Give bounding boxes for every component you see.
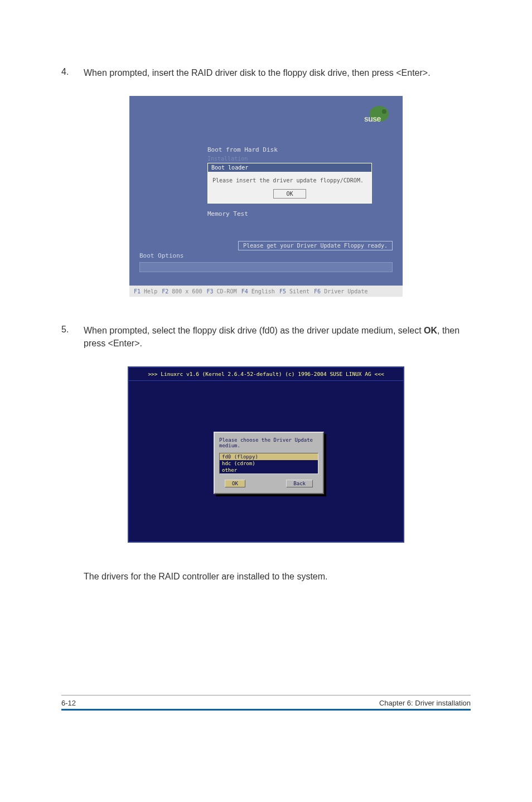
suse-logo-text: suse bbox=[364, 114, 381, 123]
step-5-text: When prompted, select the floppy disk dr… bbox=[84, 325, 471, 350]
boot-options-input[interactable] bbox=[139, 262, 393, 272]
step-5: 5. When prompted, select the floppy disk… bbox=[61, 325, 471, 350]
memory-test-item[interactable]: Memory Test bbox=[207, 210, 352, 218]
linuxrc-ok-button[interactable]: OK bbox=[225, 480, 245, 487]
chapter-label: Chapter 6: Driver installation bbox=[379, 699, 471, 707]
f1-help[interactable]: F1 Help bbox=[134, 288, 157, 294]
step-5-text-before: When prompted, select the floppy disk dr… bbox=[84, 326, 424, 335]
ok-button[interactable]: OK bbox=[273, 189, 306, 199]
option-fd0[interactable]: fd0 (floppy) bbox=[220, 453, 318, 460]
dialog-button-row: OK Back bbox=[219, 480, 318, 487]
page-number: 6-12 bbox=[61, 699, 76, 707]
dialog-title: Boot loader bbox=[208, 163, 371, 172]
boot-options-label: Boot Options bbox=[139, 252, 183, 259]
f3-source[interactable]: F3 CD-ROM bbox=[206, 288, 236, 294]
dialog-body: Please insert the driver update floppy/C… bbox=[208, 172, 371, 203]
dialog-message: Please insert the driver update floppy/C… bbox=[212, 177, 367, 183]
boot-menu: Boot from Hard Disk Installation Boot lo… bbox=[207, 145, 352, 218]
boot-from-hard-disk[interactable]: Boot from Hard Disk bbox=[207, 145, 352, 154]
fkey-bar: F1 Help F2 800 x 600 F3 CD-ROM F4 Englis… bbox=[129, 286, 403, 297]
step-4-text: When prompted, insert the RAID driver di… bbox=[84, 67, 471, 79]
option-hdc[interactable]: hdc (cdrom) bbox=[220, 460, 318, 467]
linuxrc-back-button[interactable]: Back bbox=[286, 480, 313, 487]
driver-update-dialog: Boot loader Please insert the driver upd… bbox=[207, 163, 372, 204]
boot-installation[interactable]: Installation bbox=[207, 154, 352, 163]
page-footer: 6-12 Chapter 6: Driver installation bbox=[61, 695, 471, 711]
f2-resolution[interactable]: F2 800 x 600 bbox=[162, 288, 202, 294]
step-4-number: 4. bbox=[61, 67, 84, 79]
f5-mode[interactable]: F5 Silent bbox=[279, 288, 309, 294]
suse-logo: suse bbox=[370, 106, 389, 122]
medium-listbox[interactable]: fd0 (floppy) hdc (cdrom) other bbox=[219, 453, 318, 474]
driver-medium-dialog: Please choose the Driver Update medium. … bbox=[214, 432, 324, 494]
f6-driver-update[interactable]: F6 Driver Update bbox=[314, 288, 367, 294]
medium-prompt: Please choose the Driver Update medium. bbox=[219, 437, 318, 448]
driver-ready-notice: Please get your Driver Update Floppy rea… bbox=[238, 241, 393, 250]
step-5-bold: OK bbox=[424, 326, 437, 335]
linuxrc-header: >>> Linuxrc v1.6 (Kernel 2.6.4-52-defaul… bbox=[129, 368, 403, 381]
step-5-number: 5. bbox=[61, 325, 84, 350]
linuxrc-screen: >>> Linuxrc v1.6 (Kernel 2.6.4-52-defaul… bbox=[128, 366, 404, 543]
f4-language[interactable]: F4 English bbox=[241, 288, 275, 294]
suse-boot-screen: suse Boot from Hard Disk Installation Bo… bbox=[129, 96, 403, 297]
option-other[interactable]: other bbox=[220, 467, 318, 474]
screenshot-1-wrap: suse Boot from Hard Disk Installation Bo… bbox=[61, 96, 471, 297]
final-note: The drivers for the RAID controller are … bbox=[84, 571, 471, 583]
screenshot-2-wrap: >>> Linuxrc v1.6 (Kernel 2.6.4-52-defaul… bbox=[61, 366, 471, 543]
step-4: 4. When prompted, insert the RAID driver… bbox=[61, 67, 471, 79]
